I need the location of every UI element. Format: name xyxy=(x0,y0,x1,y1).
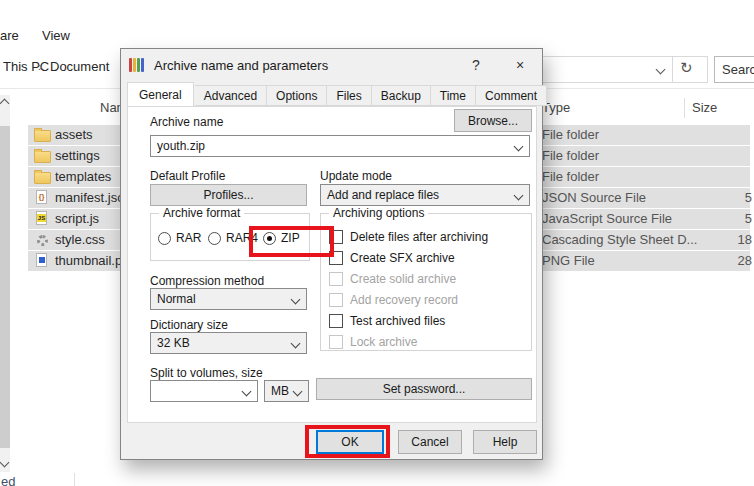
profiles-button[interactable]: Profiles... xyxy=(150,184,307,206)
help-button[interactable]: Help xyxy=(473,430,537,454)
update-mode-label: Update mode xyxy=(320,169,392,183)
archive-format-legend: Archive format xyxy=(159,206,244,220)
archiving-options-legend: Archiving options xyxy=(329,206,428,220)
annotation-zip-highlight xyxy=(249,226,334,257)
tab-page-general: Archive name Browse... youth.zip Default… xyxy=(127,106,537,423)
winrar-icon xyxy=(129,58,144,72)
ribbon-tab-share[interactable]: are xyxy=(0,28,19,43)
screen: are View This PC › Document ↻ Search Nam… xyxy=(0,0,754,486)
tab-time[interactable]: Time xyxy=(431,85,476,106)
breadcrumb-documents[interactable]: Document xyxy=(50,59,109,74)
default-profile-label: Default Profile xyxy=(150,169,225,183)
checkbox-delete-files[interactable]: Delete files after archiving xyxy=(329,228,488,246)
refresh-icon[interactable]: ↻ xyxy=(680,59,693,77)
status-text: ed xyxy=(1,474,15,486)
archiving-options-group: Archiving options Delete files after arc… xyxy=(320,213,532,351)
split-unit-select[interactable]: MB xyxy=(264,380,309,402)
radio-icon[interactable] xyxy=(158,232,171,245)
checkbox-icon xyxy=(329,272,343,286)
chevron-down-icon[interactable] xyxy=(242,387,252,397)
annotation-ok-highlight xyxy=(305,425,390,458)
folder-icon xyxy=(34,172,51,184)
folder-icon xyxy=(34,151,51,163)
tab-options[interactable]: Options xyxy=(267,85,327,106)
checkbox-create-solid: Create solid archive xyxy=(329,270,456,288)
chevron-down-icon[interactable] xyxy=(291,339,301,349)
tab-advanced[interactable]: Advanced xyxy=(195,85,267,106)
dialog-title: Archive name and parameters xyxy=(154,58,328,73)
browse-button[interactable]: Browse... xyxy=(454,109,532,132)
archive-name-input[interactable]: youth.zip xyxy=(150,135,530,157)
css-file-icon xyxy=(37,235,48,246)
radio-rar[interactable]: RAR xyxy=(158,231,201,245)
column-separator xyxy=(684,98,685,118)
address-divider xyxy=(672,56,673,83)
status-divider xyxy=(74,473,75,486)
checkbox-recovery-record: Add recovery record xyxy=(329,291,458,309)
column-header-size[interactable]: Size xyxy=(692,100,717,115)
chevron-down-icon[interactable] xyxy=(291,295,301,305)
search-placeholder: Search xyxy=(722,62,754,77)
scrollbar-thumb[interactable] xyxy=(0,126,10,448)
js-file-icon: JS xyxy=(36,211,47,225)
close-icon[interactable]: × xyxy=(498,57,542,73)
split-volumes-label: Split to volumes, size xyxy=(150,366,263,380)
help-icon[interactable]: ? xyxy=(454,57,498,73)
png-file-icon xyxy=(36,253,47,267)
tab-backup[interactable]: Backup xyxy=(372,85,431,106)
compression-method-label: Compression method xyxy=(150,274,264,288)
checkbox-test-archived[interactable]: Test archived files xyxy=(329,312,445,330)
checkbox-lock-archive: Lock archive xyxy=(329,333,417,351)
dictionary-size-select[interactable]: 32 KB xyxy=(150,332,307,354)
tab-general[interactable]: General xyxy=(127,82,194,106)
chevron-down-icon[interactable] xyxy=(293,387,303,397)
archive-name-label: Archive name xyxy=(150,115,223,129)
ribbon-tab-view[interactable]: View xyxy=(42,28,70,43)
breadcrumb-separator-icon: › xyxy=(38,59,42,74)
checkbox-icon xyxy=(329,293,343,307)
radio-icon[interactable] xyxy=(208,232,221,245)
update-mode-select[interactable]: Add and replace files xyxy=(320,184,530,206)
chevron-down-icon[interactable] xyxy=(514,191,524,201)
checkbox-icon xyxy=(329,335,343,349)
tab-files[interactable]: Files xyxy=(327,85,371,106)
json-file-icon: {} xyxy=(36,190,47,204)
dialog-titlebar[interactable]: Archive name and parameters ? × xyxy=(121,49,542,81)
split-volumes-input[interactable] xyxy=(150,380,258,402)
checkbox-icon[interactable] xyxy=(329,314,343,328)
compression-method-select[interactable]: Normal xyxy=(150,288,307,310)
tab-comment[interactable]: Comment xyxy=(476,85,547,106)
dialog-tabs: General Advanced Options Files Backup Ti… xyxy=(127,82,547,106)
dictionary-size-label: Dictionary size xyxy=(150,318,228,332)
folder-icon xyxy=(34,130,51,142)
cancel-button[interactable]: Cancel xyxy=(398,430,462,454)
checkbox-create-sfx[interactable]: Create SFX archive xyxy=(329,249,455,267)
chevron-down-icon[interactable] xyxy=(514,142,524,152)
set-password-button[interactable]: Set password... xyxy=(316,378,532,400)
